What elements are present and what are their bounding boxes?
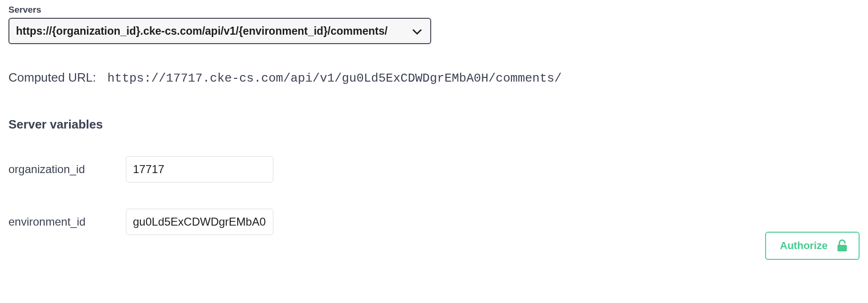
svg-rect-0 [837, 245, 847, 251]
server-select-value: https://{organization_id}.cke-cs.com/api… [16, 25, 388, 38]
server-variable-row: organization_id [8, 156, 860, 182]
server-variable-row: environment_id [8, 209, 860, 235]
chevron-down-icon [406, 25, 422, 38]
authorize-button[interactable]: Authorize [765, 232, 860, 260]
computed-url-row: Computed URL: https://17717.cke-cs.com/a… [8, 70, 860, 85]
servers-label: Servers [8, 5, 860, 15]
server-variable-name: organization_id [8, 163, 126, 176]
authorize-button-label: Authorize [780, 240, 828, 252]
computed-url-label: Computed URL: [8, 70, 96, 85]
server-variables-title: Server variables [8, 117, 860, 132]
environment-id-input[interactable] [126, 209, 273, 235]
computed-url-value: https://17717.cke-cs.com/api/v1/gu0Ld5Ex… [107, 71, 561, 85]
organization-id-input[interactable] [126, 156, 273, 182]
unlock-icon [836, 239, 848, 252]
server-variable-name: environment_id [8, 215, 126, 228]
server-select[interactable]: https://{organization_id}.cke-cs.com/api… [8, 18, 431, 44]
